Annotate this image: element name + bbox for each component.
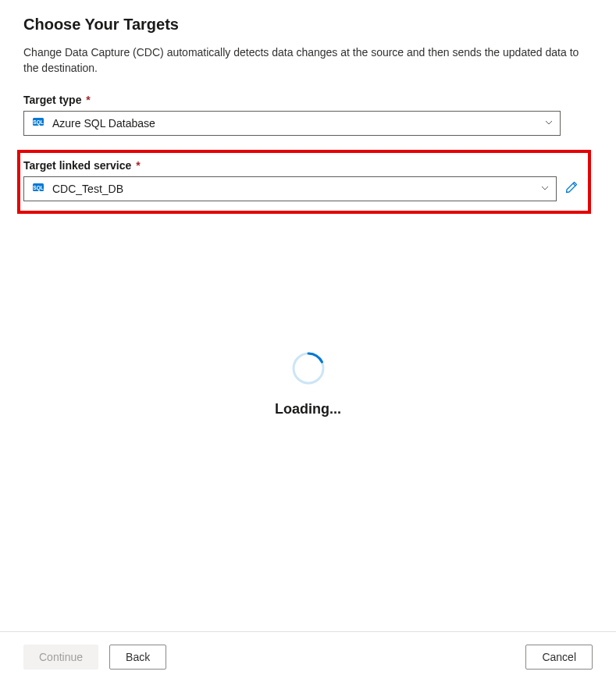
footer: Continue Back Cancel	[0, 631, 616, 682]
chevron-down-icon	[544, 117, 554, 130]
target-type-value: Azure SQL Database	[52, 117, 544, 130]
target-linked-service-label: Target linked service *	[23, 159, 557, 172]
cancel-button[interactable]: Cancel	[525, 645, 593, 670]
chevron-down-icon	[540, 183, 550, 195]
svg-text:SQL: SQL	[33, 185, 43, 191]
back-button[interactable]: Back	[109, 645, 166, 670]
target-type-field: Target type * SQL Azure SQL Database	[23, 94, 593, 136]
required-asterisk-icon: *	[136, 159, 140, 172]
target-linked-service-highlight: Target linked service * SQL CDC_Test_DB	[17, 150, 591, 214]
spinner-icon	[291, 351, 326, 385]
page-description: Change Data Capture (CDC) automatically …	[23, 44, 593, 76]
azure-sql-icon: SQL	[32, 115, 45, 130]
target-type-dropdown[interactable]: SQL Azure SQL Database	[23, 111, 561, 136]
target-linked-service-dropdown[interactable]: SQL CDC_Test_DB	[23, 176, 557, 201]
pencil-icon[interactable]	[564, 180, 579, 197]
continue-button: Continue	[23, 645, 98, 670]
target-linked-service-value: CDC_Test_DB	[52, 183, 540, 195]
required-asterisk-icon: *	[86, 94, 90, 106]
svg-text:SQL: SQL	[33, 119, 43, 126]
target-type-label-text: Target type	[23, 94, 81, 106]
azure-sql-icon: SQL	[32, 181, 45, 196]
page-title: Choose Your Targets	[23, 16, 593, 34]
target-linked-service-label-text: Target linked service	[23, 159, 131, 172]
loading-text: Loading...	[275, 401, 341, 417]
target-type-label: Target type *	[23, 94, 593, 106]
loading-section: Loading...	[0, 351, 616, 417]
